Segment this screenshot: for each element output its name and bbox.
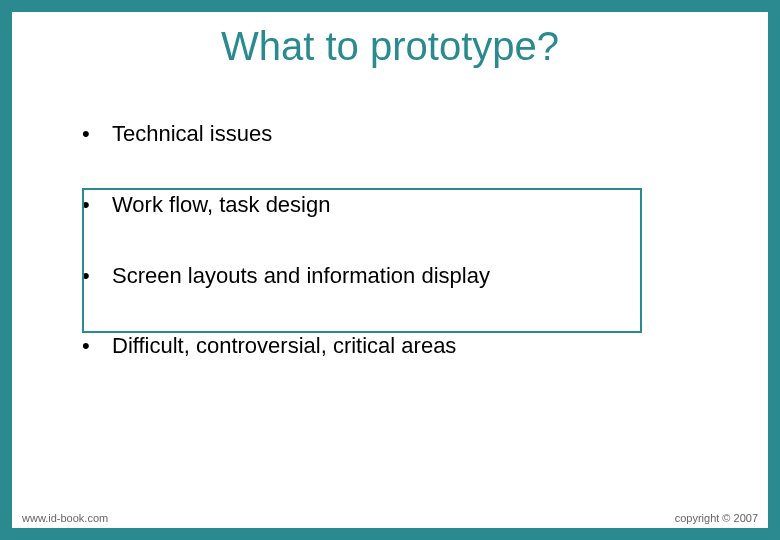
bullet-item: Screen layouts and information display: [82, 261, 728, 292]
bullet-item: Work flow, task design: [82, 190, 728, 221]
slide-content: Technical issues Work flow, task design …: [12, 119, 768, 362]
footer-url: www.id-book.com: [22, 512, 108, 524]
slide-title: What to prototype?: [12, 24, 768, 69]
slide-frame: What to prototype? Technical issues Work…: [0, 0, 780, 540]
bullet-item: Technical issues: [82, 119, 728, 150]
slide-footer: www.id-book.com copyright © 2007: [12, 512, 768, 524]
bullet-item: Difficult, controversial, critical areas: [82, 331, 728, 362]
footer-copyright: copyright © 2007: [675, 512, 758, 524]
